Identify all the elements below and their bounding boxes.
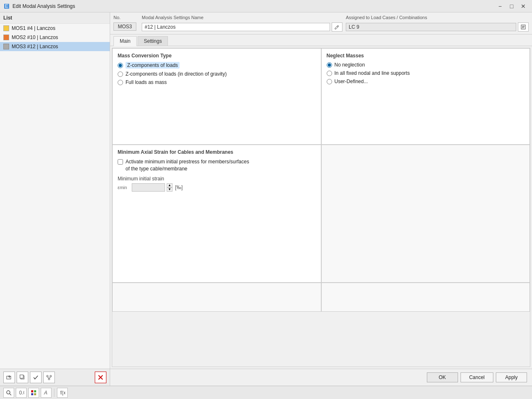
min-axial-checkbox-row: Activate minimum initial prestress for m… <box>118 158 316 172</box>
svg-point-7 <box>47 375 48 377</box>
min-axial-title: Minimum Axial Strain for Cables and Memb… <box>118 149 316 155</box>
mos3-icon <box>3 44 9 49</box>
assigned-edit-button[interactable] <box>518 22 529 32</box>
emin-up-button[interactable]: ▲ <box>167 183 172 187</box>
neglect-masses-panel: Neglect Masses No neglection In all fixe… <box>321 48 530 145</box>
copy-item-button[interactable] <box>17 372 28 383</box>
cancel-button[interactable]: Cancel <box>461 372 493 382</box>
func-status-button[interactable]: f(x) <box>57 388 68 398</box>
min-axial-checkbox-label: Activate minimum initial prestress for m… <box>126 158 249 172</box>
neglect-radio-2[interactable] <box>327 71 332 76</box>
close-button[interactable]: ✕ <box>518 2 529 11</box>
mass-conv-option-2[interactable]: Z-components of loads (in direction of g… <box>118 71 316 77</box>
ok-button[interactable]: OK <box>427 372 458 382</box>
svg-rect-6 <box>20 375 23 378</box>
text-status-button[interactable]: A <box>41 388 52 398</box>
window-controls: − □ ✕ <box>495 2 529 11</box>
sidebar-item-label-mos2: MOS2 #10 | Lanczos <box>12 34 58 40</box>
svg-rect-23 <box>34 390 36 392</box>
assigned-section: Assigned to Load Cases / Combinations <box>346 15 529 32</box>
svg-line-10 <box>47 377 49 378</box>
emin-spinners: ▲ ▼ <box>167 183 172 192</box>
delete-item-button[interactable] <box>95 372 106 383</box>
right-panel: No. MOS3 Modal Analysis Settings Name As… <box>110 12 532 386</box>
neglect-masses-options: No neglection In all fixed nodal and lin… <box>327 62 525 84</box>
neglect-option-1[interactable]: No neglection <box>327 62 525 68</box>
info-bar: No. MOS3 Modal Analysis Settings Name As… <box>110 12 532 34</box>
color-status-button[interactable] <box>28 388 39 398</box>
sidebar-item-mos3[interactable]: MOS3 #12 | Lanczos <box>0 42 110 51</box>
emin-input[interactable] <box>132 183 165 192</box>
mos1-icon <box>3 25 9 31</box>
mass-conv-label-3: Full loads as mass <box>126 79 167 85</box>
app-icon: E <box>3 3 10 10</box>
emin-symbol: εmin <box>118 185 130 190</box>
tab-content: Mass Conversion Type Z-components of loa… <box>110 46 532 369</box>
svg-text:f(x): f(x) <box>60 390 65 396</box>
apply-button[interactable]: Apply <box>496 372 527 382</box>
sidebar-footer: + <box>0 369 110 386</box>
neglect-option-3[interactable]: User-Defined... <box>327 79 525 84</box>
minimize-button[interactable]: − <box>495 2 505 11</box>
mass-conv-option-1[interactable]: Z-components of loads <box>118 62 316 69</box>
neglect-radio-1[interactable] <box>327 62 332 68</box>
name-edit-button[interactable] <box>332 22 342 32</box>
name-section: Modal Analysis Settings Name <box>142 15 342 32</box>
svg-rect-25 <box>34 393 36 395</box>
svg-text:A: A <box>44 390 47 396</box>
mass-conv-radio-3[interactable] <box>118 80 123 85</box>
name-label: Modal Analysis Settings Name <box>142 15 342 20</box>
no-section: No. MOS3 <box>113 15 138 31</box>
mass-conv-radio-1[interactable] <box>118 63 123 68</box>
mass-conv-radio-2[interactable] <box>118 71 123 77</box>
no-value: MOS3 <box>113 22 136 31</box>
min-strain-label: Minimum initial strain <box>118 176 316 182</box>
name-input[interactable] <box>142 23 330 31</box>
content-area: List MOS1 #4 | Lanczos MOS2 #10 | Lanczo… <box>0 12 532 386</box>
assigned-field-row <box>346 22 529 32</box>
assigned-label: Assigned to Load Cases / Combinations <box>346 15 529 20</box>
status-separator <box>54 389 54 397</box>
neglect-masses-title: Neglect Masses <box>327 53 525 59</box>
svg-text:0.00: 0.00 <box>19 390 24 396</box>
min-axial-checkbox[interactable] <box>118 159 123 165</box>
panels-grid: Mass Conversion Type Z-components of loa… <box>112 48 530 367</box>
neglect-label-3: User-Defined... <box>335 79 368 84</box>
min-axial-right-panel <box>321 145 530 283</box>
mass-conversion-title: Mass Conversion Type <box>118 53 316 59</box>
check-item-button[interactable] <box>30 372 42 383</box>
search-status-button[interactable] <box>3 388 14 398</box>
sidebar-item-label-mos3: MOS3 #12 | Lanczos <box>12 44 58 49</box>
main-container: List MOS1 #4 | Lanczos MOS2 #10 | Lanczo… <box>0 12 532 399</box>
mos2-icon <box>3 34 9 40</box>
svg-point-8 <box>50 375 52 377</box>
emin-down-button[interactable]: ▼ <box>167 187 172 192</box>
svg-text:E: E <box>5 3 8 9</box>
number-status-button[interactable]: 0.00 <box>16 388 27 398</box>
svg-rect-24 <box>31 393 33 395</box>
tab-main[interactable]: Main <box>113 36 137 46</box>
mass-conv-label-2: Z-components of loads (in direction of g… <box>126 71 227 77</box>
sidebar-item-label-mos1: MOS1 #4 | Lanczos <box>12 25 55 31</box>
sidebar-item-mos1[interactable]: MOS1 #4 | Lanczos <box>0 24 110 33</box>
bottom-right-panel <box>321 283 530 312</box>
mass-conv-label-1: Z-components of loads <box>126 62 180 69</box>
sidebar-item-mos2[interactable]: MOS2 #10 | Lanczos <box>0 33 110 42</box>
action-bar: OK Cancel Apply <box>110 369 532 386</box>
mass-conv-option-3[interactable]: Full loads as mass <box>118 79 316 85</box>
svg-point-19 <box>7 391 10 394</box>
add-item-button[interactable]: + <box>3 372 15 383</box>
bottom-left-panel <box>112 283 321 312</box>
svg-rect-22 <box>31 390 33 392</box>
neglect-radio-3[interactable] <box>327 79 332 84</box>
sidebar-header: List <box>0 12 110 24</box>
neglect-option-2[interactable]: In all fixed nodal and line supports <box>327 70 525 76</box>
tabs-bar: Main Settings <box>110 34 532 46</box>
assigned-input[interactable] <box>346 23 516 31</box>
no-label: No. <box>113 15 138 20</box>
maximize-button[interactable]: □ <box>506 2 517 11</box>
svg-line-20 <box>10 394 11 395</box>
emin-unit: [‰] <box>175 185 183 190</box>
branch-item-button[interactable] <box>43 372 55 383</box>
tab-settings[interactable]: Settings <box>138 36 168 46</box>
